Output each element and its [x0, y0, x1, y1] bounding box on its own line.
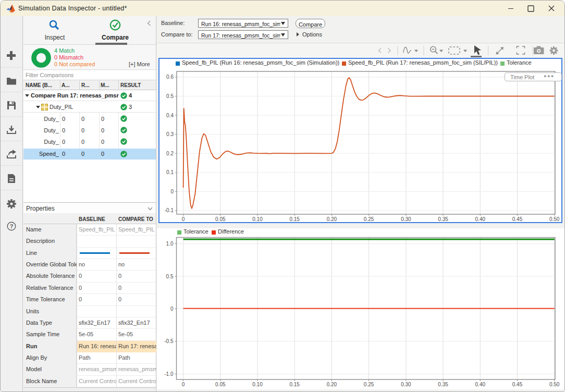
- svg-text:0.6: 0.6: [166, 74, 174, 80]
- svg-text:0.30: 0.30: [401, 382, 411, 387]
- svg-text:0.10: 0.10: [252, 382, 263, 387]
- svg-text:0.05: 0.05: [215, 216, 226, 222]
- svg-text:0: 0: [182, 382, 185, 387]
- svg-text:0.40: 0.40: [475, 382, 486, 387]
- svg-text:0.5: 0.5: [166, 274, 174, 279]
- svg-text:0.45: 0.45: [512, 216, 523, 222]
- svg-text:0.4: 0.4: [166, 113, 174, 118]
- svg-text:0.2: 0.2: [166, 151, 174, 156]
- svg-text:0.40: 0.40: [475, 216, 486, 222]
- svg-text:-0.5: -0.5: [164, 338, 174, 344]
- svg-text:0.20: 0.20: [327, 382, 337, 387]
- svg-text:1.0: 1.0: [166, 241, 174, 247]
- svg-text:0.45: 0.45: [512, 382, 523, 387]
- svg-text:0.5: 0.5: [166, 93, 174, 99]
- svg-text:0.1: 0.1: [166, 169, 174, 175]
- svg-text:0.50: 0.50: [549, 216, 560, 222]
- svg-text:0.35: 0.35: [438, 382, 448, 387]
- svg-text:-1.0: -1.0: [164, 371, 174, 377]
- svg-text:0.30: 0.30: [401, 216, 411, 222]
- svg-text:0.10: 0.10: [252, 216, 263, 222]
- svg-text:?: ?: [10, 223, 14, 229]
- svg-text:0: 0: [182, 216, 185, 222]
- svg-text:-0.1: -0.1: [165, 207, 174, 213]
- svg-text:0.35: 0.35: [438, 216, 448, 222]
- svg-text:0.25: 0.25: [364, 216, 374, 222]
- svg-text:0.15: 0.15: [289, 382, 300, 387]
- svg-text:0.15: 0.15: [289, 216, 300, 222]
- svg-text:0.25: 0.25: [364, 382, 374, 387]
- svg-text:0.20: 0.20: [327, 216, 337, 222]
- svg-text:0.50: 0.50: [549, 382, 560, 387]
- svg-text:0.3: 0.3: [166, 131, 174, 137]
- svg-text:0: 0: [170, 306, 174, 312]
- svg-text:0.05: 0.05: [215, 382, 226, 387]
- svg-text:0: 0: [170, 189, 174, 194]
